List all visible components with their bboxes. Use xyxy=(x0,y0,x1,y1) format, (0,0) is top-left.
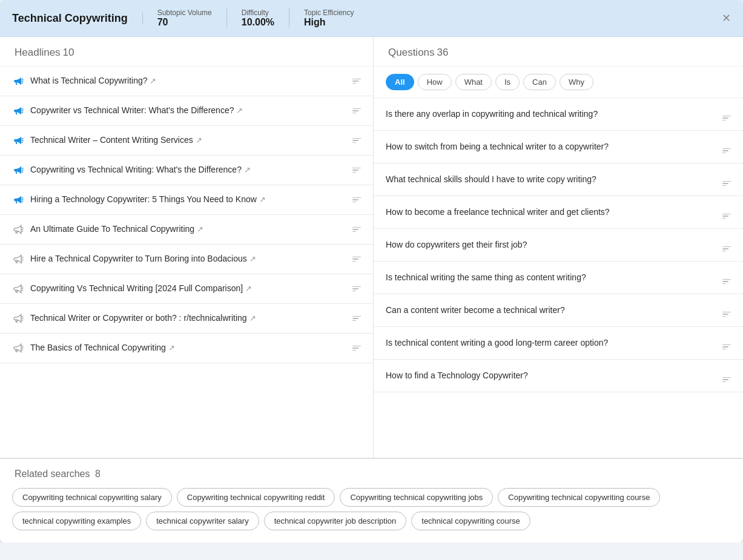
megaphone-icon xyxy=(12,164,24,176)
headline-text: Technical Writer – Content Writing Servi… xyxy=(30,134,346,147)
sort-icon[interactable] xyxy=(722,279,731,285)
question-add-icon[interactable] xyxy=(722,239,731,251)
external-link-icon[interactable]: ↗ xyxy=(197,225,203,234)
filter-tab-can[interactable]: Can xyxy=(523,74,556,90)
topic-efficiency-label: Topic Efficiency xyxy=(304,8,354,17)
headline-item: Copywriting Vs Technical Writing [2024 F… xyxy=(0,274,373,304)
sort-icon[interactable] xyxy=(722,181,731,186)
header-title: Technical Copywriting xyxy=(12,12,143,25)
question-text: How to find a Technology Copywriter? xyxy=(386,370,716,382)
sort-icon[interactable] xyxy=(722,116,731,121)
headline-text: Copywriting Vs Technical Writing [2024 F… xyxy=(30,283,346,295)
megaphone-icon xyxy=(12,134,24,147)
sort-icon[interactable] xyxy=(352,168,361,173)
sort-icon[interactable] xyxy=(352,257,361,262)
sort-icon[interactable] xyxy=(352,138,361,143)
headline-actions xyxy=(352,286,361,292)
external-link-icon[interactable]: ↗ xyxy=(245,284,252,293)
headline-item: Hire a Technical Copywriter to Turn Bori… xyxy=(0,245,373,274)
question-add-icon[interactable] xyxy=(722,304,731,317)
sort-icon[interactable] xyxy=(722,148,731,154)
filter-tab-all[interactable]: All xyxy=(386,74,414,90)
close-button[interactable]: ✕ xyxy=(722,13,731,24)
question-text: What technical skills should I have to w… xyxy=(386,174,716,186)
sort-icon[interactable] xyxy=(352,79,361,84)
external-link-icon[interactable]: ↗ xyxy=(244,165,251,174)
related-searches-title: Related searches 8 xyxy=(12,469,731,479)
filter-tab-what[interactable]: What xyxy=(455,74,492,90)
headline-item: Hiring a Technology Copywriter: 5 Things… xyxy=(0,185,373,215)
headline-text: Hiring a Technology Copywriter: 5 Things… xyxy=(30,194,346,206)
headline-text: Copywriting vs Technical Writing: What's… xyxy=(30,164,346,176)
question-text: Is there any overlap in copywriting and … xyxy=(386,108,716,120)
question-item: How to switch from being a technical wri… xyxy=(374,131,743,163)
sort-icon[interactable] xyxy=(352,197,361,203)
filter-tab-is[interactable]: Is xyxy=(495,74,520,90)
sort-icon[interactable] xyxy=(352,346,361,351)
question-filters: AllHowWhatIsCanWhy xyxy=(374,67,743,98)
question-item: How to find a Technology Copywriter? xyxy=(374,360,743,392)
difficulty-label: Difficulty xyxy=(242,8,274,17)
question-item: What technical skills should I have to w… xyxy=(374,163,743,196)
sort-icon[interactable] xyxy=(722,214,731,219)
question-add-icon[interactable] xyxy=(722,337,731,349)
related-search-tag[interactable]: Copywriting technical copywriting course xyxy=(498,488,660,507)
external-link-icon[interactable]: ↗ xyxy=(249,314,256,323)
header-difficulty: Difficulty 10.00% xyxy=(227,8,289,28)
headline-text: The Basics of Technical Copywriting ↗ xyxy=(30,342,346,354)
headline-item: What is Technical Copywriting? ↗ xyxy=(0,67,373,96)
question-add-icon[interactable] xyxy=(722,173,731,186)
question-text: Can a content writer become a technical … xyxy=(386,305,716,317)
question-text: How to become a freelance technical writ… xyxy=(386,206,716,219)
headline-text: Hire a Technical Copywriter to Turn Bori… xyxy=(30,253,346,265)
megaphone-icon xyxy=(12,75,24,87)
related-search-tag[interactable]: Copywriting technical copywriting reddit xyxy=(177,488,335,507)
headline-actions xyxy=(352,168,361,173)
external-link-icon[interactable]: ↗ xyxy=(196,136,202,145)
related-tags-container: Copywriting technical copywriting salary… xyxy=(12,488,731,530)
headline-text: What is Technical Copywriting? ↗ xyxy=(30,75,346,87)
filter-tab-why[interactable]: Why xyxy=(560,74,593,90)
sort-icon[interactable] xyxy=(352,316,361,321)
headline-actions xyxy=(352,108,361,114)
sort-icon[interactable] xyxy=(722,377,731,383)
questions-panel: Questions36 AllHowWhatIsCanWhy Is there … xyxy=(374,37,743,458)
question-item: How do copywriters get their first job? xyxy=(374,229,743,262)
headline-text: Technical Writer or Copywriter or both? … xyxy=(30,312,346,324)
sort-icon[interactable] xyxy=(722,246,731,252)
megaphone-icon xyxy=(12,312,24,324)
sort-icon[interactable] xyxy=(352,108,361,114)
topic-efficiency-value: High xyxy=(304,17,354,28)
related-search-tag[interactable]: technical copywriting course xyxy=(411,512,530,530)
sort-icon[interactable] xyxy=(722,344,731,350)
related-search-tag[interactable]: Copywriting technical copywriting jobs xyxy=(340,488,493,507)
headline-actions xyxy=(352,346,361,351)
related-search-tag[interactable]: Copywriting technical copywriting salary xyxy=(12,488,172,507)
question-item: Is there any overlap in copywriting and … xyxy=(374,98,743,131)
external-link-icon[interactable]: ↗ xyxy=(236,106,243,115)
external-link-icon[interactable]: ↗ xyxy=(249,254,256,263)
sort-icon[interactable] xyxy=(352,286,361,292)
question-add-icon[interactable] xyxy=(722,271,731,284)
related-search-tag[interactable]: technical copywriter salary xyxy=(146,512,259,530)
sort-icon[interactable] xyxy=(352,227,361,232)
sort-icon[interactable] xyxy=(722,312,731,317)
external-link-icon[interactable]: ↗ xyxy=(168,343,175,352)
headlines-count: 10 xyxy=(63,47,74,58)
question-text: Is technical content writing a good long… xyxy=(386,337,716,349)
external-link-icon[interactable]: ↗ xyxy=(259,195,266,204)
headline-actions xyxy=(352,316,361,321)
filter-tab-how[interactable]: How xyxy=(418,74,452,90)
difficulty-value: 10.00% xyxy=(242,17,274,28)
external-link-icon[interactable]: ↗ xyxy=(150,76,156,85)
question-add-icon[interactable] xyxy=(722,108,731,120)
megaphone-icon xyxy=(12,105,24,117)
question-add-icon[interactable] xyxy=(722,140,731,153)
question-add-icon[interactable] xyxy=(722,206,731,219)
headline-actions xyxy=(352,138,361,143)
related-search-tag[interactable]: technical copywriter job description xyxy=(264,512,407,530)
question-add-icon[interactable] xyxy=(722,369,731,382)
question-text: Is technical writing the same thing as c… xyxy=(386,272,716,284)
megaphone-icon xyxy=(12,253,24,265)
related-search-tag[interactable]: technical copywriting examples xyxy=(12,512,141,530)
